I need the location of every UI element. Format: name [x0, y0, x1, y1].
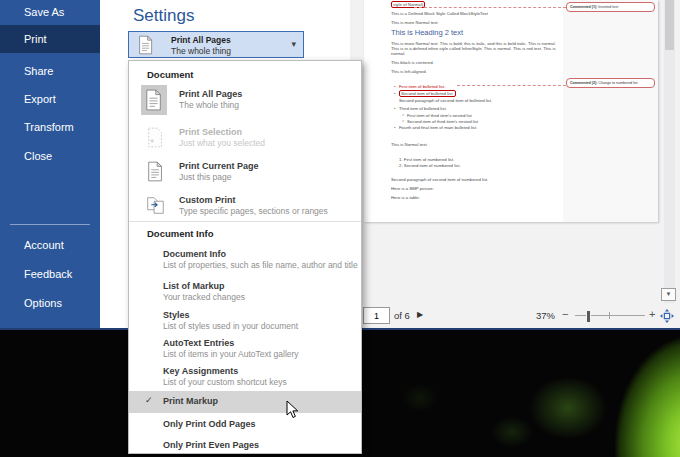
zoom-to-page-icon[interactable]	[660, 309, 674, 323]
doc-line: Second item of bulleted list.	[391, 91, 559, 96]
scrollbar-thumb[interactable]	[665, 0, 674, 50]
doc-line: 1. First item of numbered list.	[391, 157, 559, 162]
sidebar-item-share[interactable]: Share	[0, 59, 100, 83]
doc-line: This is left-aligned.	[391, 69, 559, 74]
zoom-out-button[interactable]: −	[562, 308, 568, 320]
sidebar-item-export[interactable]: Export	[0, 87, 100, 111]
doc-line: This is more Normal text. This is bold; …	[391, 41, 559, 56]
doc-line: 2. Second item of numbered list.	[391, 163, 559, 168]
mouse-cursor	[286, 400, 299, 423]
sidebar-divider	[10, 224, 90, 225]
settings-heading: Settings	[133, 6, 194, 26]
dropdown-separator	[129, 221, 361, 222]
print-range-dropdown-menu: Document Print All Pages The whole thing…	[128, 60, 362, 454]
preview-page: style of Normal)This is a Defined Block …	[364, 0, 658, 222]
doc-line: Second item of third item's nested list	[391, 119, 559, 124]
word-backstage-window: Save AsPrintShareExportTransformClose Ac…	[0, 0, 680, 330]
sidebar-item-transform[interactable]: Transform	[0, 115, 100, 139]
doc-line: This is Normal text.	[391, 142, 559, 147]
page-count-label: of 6	[394, 310, 410, 321]
print-preview-area: style of Normal)This is a Defined Block …	[350, 0, 680, 328]
comment-connector	[457, 85, 566, 86]
doc-line: Here is a table:	[391, 195, 559, 200]
sidebar-item-feedback[interactable]: Feedback	[0, 262, 100, 286]
zoom-percentage: 37%	[536, 310, 555, 321]
selector-title: Print All Pages	[171, 35, 231, 45]
dropdown-item-print-markup[interactable]: ✓ Print Markup	[129, 391, 361, 413]
doc-line: Here is a BMP picture:	[391, 186, 559, 191]
doc-line: Fourth and final item of main bulleted l…	[391, 125, 559, 130]
zoom-in-button[interactable]: +	[649, 308, 655, 320]
doc-line: This block is centered.	[391, 60, 559, 65]
comment-balloon: Commented [2]: Change to numbered list	[566, 78, 655, 88]
dropdown-section-header: Document Info	[147, 228, 214, 239]
sidebar-item-account[interactable]: Account	[0, 233, 100, 257]
selector-subtitle: The whole thing	[171, 46, 231, 56]
print-selection-icon	[145, 125, 165, 149]
sidebar-item-options[interactable]: Options	[0, 291, 100, 315]
markup-column	[563, 0, 658, 222]
doc-line: Second paragraph of second item of numbe…	[391, 177, 559, 182]
print-range-selector[interactable]: Print All Pages The whole thing ▾	[128, 31, 304, 58]
chevron-down-icon: ▾	[291, 39, 296, 49]
dropdown-section-header: Document	[147, 69, 193, 80]
doc-line: This is Heading 2 text	[391, 29, 559, 37]
print-all-pages-icon	[141, 85, 167, 115]
current-page-input[interactable]	[363, 307, 390, 324]
preview-scrollbar[interactable]	[664, 0, 675, 303]
print-current-page-icon	[145, 159, 165, 183]
sidebar-item-close[interactable]: Close	[0, 144, 100, 168]
document-text: style of Normal)This is a Defined Block …	[391, 2, 559, 204]
sidebar-item-save-as[interactable]: Save As	[0, 0, 100, 24]
dropdown-item-only-print-odd-pages[interactable]: Only Print Odd Pages	[129, 414, 361, 436]
doc-line: This is a Defined Block Style Called Blo…	[391, 11, 559, 16]
doc-line: First item of third item's nested list	[391, 113, 559, 118]
screen: Save AsPrintShareExportTransformClose Ac…	[0, 0, 680, 457]
doc-line: Second paragraph of second item of bulle…	[391, 98, 559, 103]
comment-connector	[414, 7, 566, 8]
print-all-pages-icon	[138, 35, 154, 59]
zoom-slider-thumb[interactable]	[586, 310, 591, 323]
scroll-down-button[interactable]: ▼	[661, 288, 676, 301]
preview-status-bar: ◀ of 6 ▶ 37% − +	[350, 303, 680, 328]
check-icon: ✓	[145, 395, 153, 405]
doc-line: Third item of bulleted list.	[391, 106, 559, 111]
dropdown-item-only-print-even-pages[interactable]: Only Print Even Pages	[129, 435, 361, 457]
comment-balloon: Commented [1]: Inserted text	[566, 2, 655, 12]
backstage-sidebar: Save AsPrintShareExportTransformClose Ac…	[0, 0, 100, 328]
next-page-button[interactable]: ▶	[417, 310, 423, 319]
zoom-slider-center-tick	[609, 312, 610, 319]
doc-line: This is more Normal text.	[391, 20, 559, 25]
sidebar-item-print[interactable]: Print	[0, 25, 100, 53]
custom-print-icon	[145, 193, 165, 217]
